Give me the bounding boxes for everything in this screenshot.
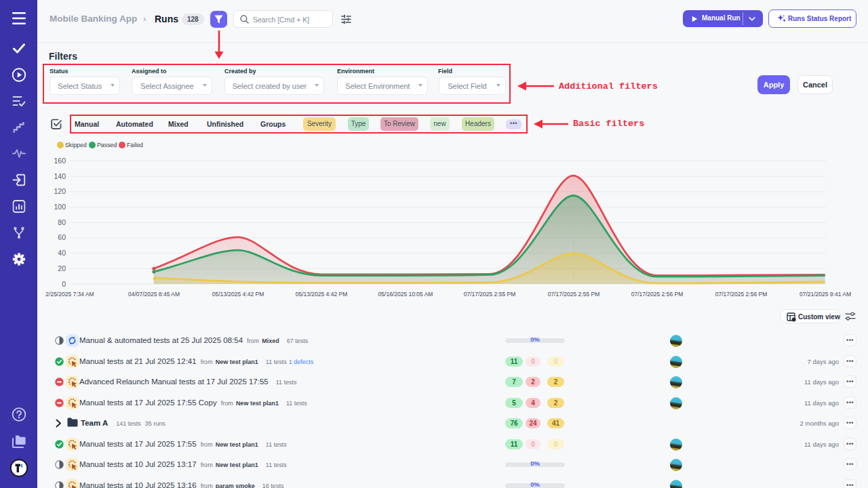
- svg-text:100: 100: [54, 203, 66, 211]
- svg-text:120: 120: [54, 187, 66, 195]
- svg-text:40: 40: [58, 249, 66, 257]
- svg-text:0: 0: [62, 280, 66, 288]
- svg-text:80: 80: [58, 218, 66, 226]
- svg-text:160: 160: [54, 157, 66, 165]
- svg-text:60: 60: [58, 233, 66, 241]
- svg-text:20: 20: [58, 264, 66, 272]
- svg-text:140: 140: [54, 172, 66, 180]
